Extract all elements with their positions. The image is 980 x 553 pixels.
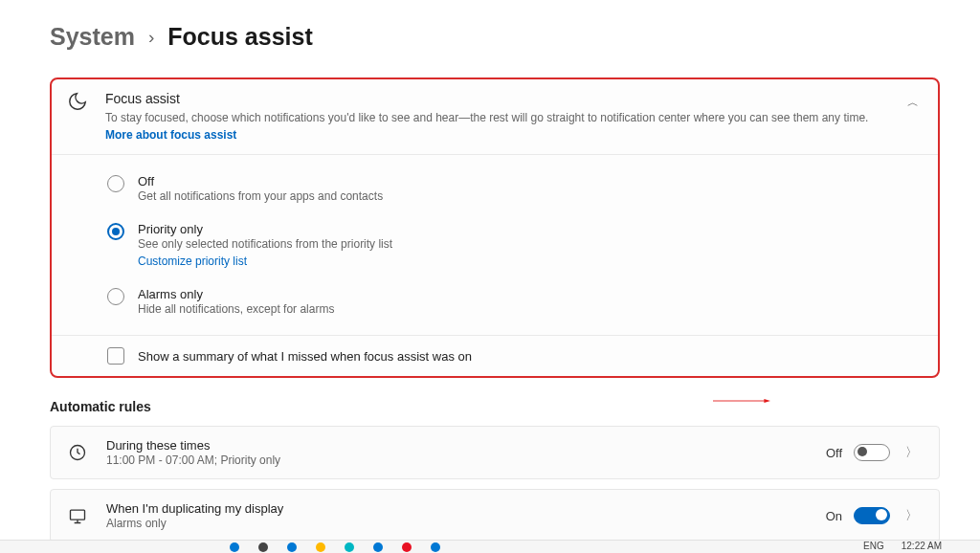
settings-page: System › Focus assist Focus assist To st… [0, 0, 980, 553]
taskbar: ENG 12:22 AM [0, 540, 980, 553]
taskbar-app-icon[interactable] [431, 542, 440, 552]
rule-display-desc: Alarms only [106, 517, 807, 530]
rule-display-state: On [826, 509, 842, 523]
taskbar-app-icon[interactable] [230, 542, 239, 552]
show-summary-row[interactable]: Show a summary of what I missed when foc… [52, 335, 938, 376]
automatic-rules-heading: Automatic rules [50, 399, 957, 414]
option-off[interactable]: Off Get all notifications from your apps… [107, 165, 923, 212]
rule-times-state: Off [826, 446, 842, 460]
taskbar-app-icon[interactable] [373, 542, 383, 552]
radio-priority[interactable] [107, 223, 124, 240]
svg-rect-1 [71, 510, 85, 520]
rule-display-toggle[interactable] [854, 507, 890, 524]
customize-priority-link[interactable]: Customize priority list [138, 254, 392, 268]
radio-off[interactable] [107, 175, 124, 192]
option-alarms-desc: Hide all notifications, except for alarm… [138, 302, 334, 316]
more-about-link[interactable]: More about focus assist [105, 128, 236, 142]
focus-assist-title: Focus assist [105, 91, 886, 106]
taskbar-lang[interactable]: ENG [863, 541, 884, 551]
taskbar-app-icon[interactable] [345, 542, 354, 552]
rule-times-title: During these times [106, 438, 807, 453]
breadcrumb-system[interactable]: System [50, 23, 135, 51]
taskbar-apps[interactable] [230, 541, 440, 552]
chevron-right-icon: › [148, 27, 154, 48]
breadcrumb: System › Focus assist [50, 23, 957, 51]
focus-assist-panel: Focus assist To stay focused, choose whi… [50, 77, 940, 378]
taskbar-app-icon[interactable] [316, 542, 325, 552]
focus-assist-header[interactable]: Focus assist To stay focused, choose whi… [52, 79, 938, 154]
rule-display-title: When I'm duplicating my display [106, 501, 807, 516]
taskbar-time[interactable]: 12:22 AM [902, 541, 942, 551]
page-title: Focus assist [167, 23, 312, 51]
clock-icon [68, 443, 87, 462]
taskbar-app-icon[interactable] [287, 542, 297, 552]
rule-times-desc: 11:00 PM - 07:00 AM; Priority only [106, 453, 807, 467]
taskbar-app-icon[interactable] [258, 542, 268, 552]
rule-duplicating-display[interactable]: When I'm duplicating my display Alarms o… [50, 489, 940, 542]
option-off-desc: Get all notifications from your apps and… [138, 189, 383, 203]
focus-options: Off Get all notifications from your apps… [52, 154, 938, 335]
option-priority-title: Priority only [138, 222, 392, 236]
chevron-right-icon[interactable]: 〉 [902, 442, 922, 463]
rule-times-toggle[interactable] [854, 444, 890, 461]
option-alarms-only[interactable]: Alarms only Hide all notifications, exce… [107, 277, 923, 325]
taskbar-app-icon[interactable] [402, 542, 412, 552]
show-summary-checkbox[interactable] [107, 347, 124, 365]
chevron-up-icon[interactable]: ︿ [903, 91, 923, 115]
focus-assist-desc: To stay focused, choose which notificati… [105, 111, 868, 124]
monitor-icon [68, 506, 87, 525]
option-priority-only[interactable]: Priority only See only selected notifica… [107, 212, 923, 277]
option-off-title: Off [138, 174, 383, 188]
rule-during-times[interactable]: During these times 11:00 PM - 07:00 AM; … [50, 426, 940, 479]
moon-icon [67, 91, 88, 112]
show-summary-label: Show a summary of what I missed when foc… [138, 349, 472, 364]
option-priority-desc: See only selected notifications from the… [138, 237, 392, 251]
chevron-right-icon[interactable]: 〉 [902, 505, 922, 526]
option-alarms-title: Alarms only [138, 287, 334, 301]
radio-alarms[interactable] [107, 288, 124, 305]
